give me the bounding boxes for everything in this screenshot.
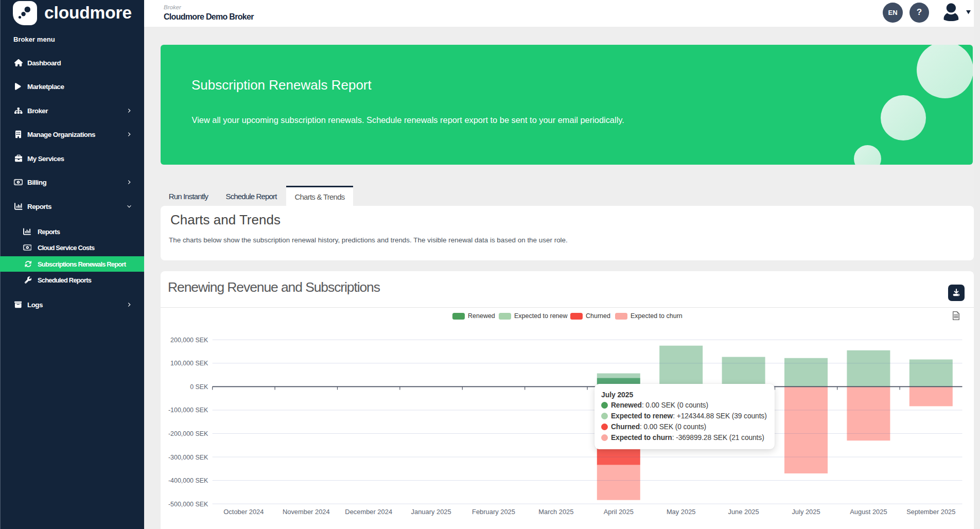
svg-text:June 2025: June 2025 [728, 508, 759, 516]
svg-text:October 2024: October 2024 [223, 508, 264, 516]
svg-text:August 2025: August 2025 [850, 508, 887, 516]
svg-text:100,000 SEK: 100,000 SEK [170, 360, 208, 367]
svg-text:-200,000 SEK: -200,000 SEK [168, 430, 208, 437]
svg-text:January 2025: January 2025 [411, 508, 451, 516]
svg-text:-400,000 SEK: -400,000 SEK [168, 477, 208, 484]
svg-text:December 2024: December 2024 [345, 508, 392, 516]
svg-text:April 2025: April 2025 [604, 508, 634, 516]
svg-text:-300,000 SEK: -300,000 SEK [168, 454, 208, 461]
svg-text:200,000 SEK: 200,000 SEK [170, 337, 208, 344]
svg-text:-100,000 SEK: -100,000 SEK [168, 407, 208, 414]
svg-text:February 2025: February 2025 [472, 508, 515, 516]
svg-text:July 2025: July 2025 [792, 508, 820, 516]
svg-text:November 2024: November 2024 [283, 508, 330, 516]
svg-text:0 SEK: 0 SEK [190, 383, 208, 391]
svg-text:May 2025: May 2025 [667, 508, 696, 516]
svg-text:September 2025: September 2025 [906, 508, 955, 516]
svg-text:March 2025: March 2025 [538, 508, 573, 516]
svg-text:-500,000 SEK: -500,000 SEK [168, 501, 208, 508]
